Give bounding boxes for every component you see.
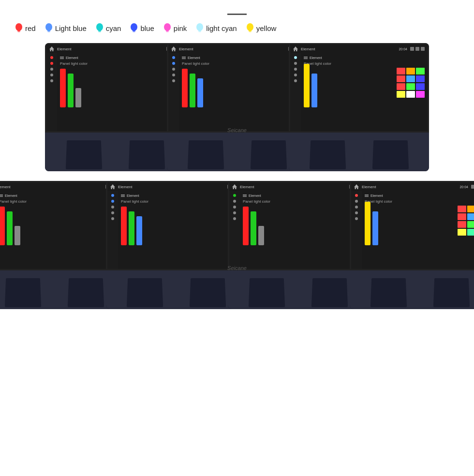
- vent-right: [190, 278, 226, 307]
- color-grid-cell: [397, 68, 405, 74]
- bulb-icon: [95, 23, 104, 33]
- sidebar-indicator: [355, 211, 358, 214]
- color-bar: [121, 207, 127, 245]
- car-unit: ElementElementPanel light color: [167, 43, 307, 171]
- screen: ElementElementPanel light color: [106, 181, 246, 270]
- sidebar-indicator: [111, 200, 114, 203]
- color-label: red: [25, 24, 36, 32]
- header-label: Element: [188, 56, 200, 60]
- header-label: Element: [249, 194, 261, 197]
- panel-title: Panel light color: [365, 199, 474, 204]
- sidebar-indicator: [233, 200, 236, 203]
- vent-right: [251, 140, 287, 169]
- element-label: Element: [0, 185, 103, 189]
- sidebar-indicator: [233, 194, 236, 197]
- vent-left: [65, 140, 102, 169]
- color-grid-cell: [397, 91, 405, 98]
- color-item-red: red: [15, 23, 36, 33]
- color-item-light-cyan: light cyan: [195, 23, 237, 33]
- color-grid-cell: [467, 229, 474, 236]
- color-bar: [372, 211, 378, 245]
- color-item-pink: pink: [163, 23, 187, 33]
- color-bar: [60, 69, 66, 107]
- color-grid-cell: [416, 68, 425, 74]
- sidebar-indicator: [355, 217, 358, 220]
- content-header: Element: [304, 56, 425, 60]
- color-grid-cell: [458, 213, 466, 220]
- home-icon: [293, 46, 298, 51]
- vent-left: [126, 278, 163, 307]
- content-header: Element: [243, 194, 364, 197]
- color-bars: [60, 69, 181, 107]
- screen-top-bar: Element: [107, 182, 245, 191]
- element-label: Element: [57, 47, 163, 51]
- color-label: pink: [174, 24, 187, 32]
- panel-title: Panel light color: [60, 61, 181, 66]
- color-grid-cell: [467, 213, 474, 220]
- color-bars: [121, 207, 242, 245]
- svg-point-18: [247, 23, 253, 31]
- color-bar: [75, 88, 81, 107]
- color-bar: [129, 211, 134, 245]
- sidebar-indicator: [233, 211, 236, 214]
- color-bars: [0, 207, 120, 245]
- screen: ElementElementPanel light color: [167, 43, 307, 133]
- icon-dot: [421, 47, 425, 51]
- sidebar-indicator: [172, 56, 175, 59]
- color-grid-cell: [458, 221, 466, 228]
- bulb-icon: [44, 23, 53, 33]
- vent-right: [68, 278, 104, 307]
- color-label: blue: [140, 24, 154, 32]
- color-bar: [68, 74, 74, 107]
- header-label: Element: [5, 194, 17, 197]
- color-grid-cell: [467, 221, 474, 228]
- color-bar: [243, 207, 249, 245]
- hamburger-icon: [243, 194, 247, 197]
- screen: Element20:04ElementPanel light color: [289, 43, 429, 133]
- color-bar: [311, 74, 317, 107]
- content-header: Element: [182, 56, 303, 60]
- screen-icons: [410, 47, 425, 51]
- color-bar: [0, 207, 5, 245]
- sidebar-indicator: [111, 194, 114, 197]
- vent-left: [248, 278, 284, 307]
- vent-right: [311, 278, 348, 307]
- screen-content: ElementPanel light color: [362, 191, 474, 269]
- svg-point-9: [131, 23, 137, 31]
- svg-point-0: [15, 23, 22, 31]
- home-icon: [171, 46, 176, 51]
- content-header: Element: [365, 194, 474, 197]
- sidebar-indicator: [172, 62, 175, 65]
- color-item-blue: blue: [130, 23, 154, 33]
- svg-rect-5: [47, 31, 50, 32]
- color-grid-cell: [397, 83, 405, 90]
- panel-title: Panel light color: [182, 61, 303, 66]
- header-label: Element: [127, 194, 139, 197]
- screen-content: ElementPanel light color: [118, 191, 245, 269]
- car-unit-base: [167, 133, 307, 171]
- screen-sidebar: [229, 191, 240, 269]
- home-icon: [232, 184, 237, 189]
- color-grid-cell: [458, 206, 466, 212]
- sidebar-indicator: [111, 206, 114, 208]
- color-label: yellow: [256, 24, 277, 32]
- units-grid: ElementElementPanel light colorElementEl…: [15, 43, 459, 309]
- title-divider: [227, 14, 247, 15]
- sidebar-indicator: [294, 79, 297, 82]
- sidebar-indicator: [50, 74, 53, 76]
- row-top-container: ElementElementPanel light colorElementEl…: [15, 43, 459, 171]
- hamburger-icon: [365, 194, 369, 197]
- color-grid-cell: [416, 83, 425, 90]
- sidebar-indicator: [355, 200, 358, 203]
- screen-content: ElementPanel light color: [57, 53, 184, 131]
- header-label: Element: [66, 56, 78, 60]
- color-grid-cell: [397, 75, 405, 82]
- vent-right: [129, 140, 165, 169]
- svg-rect-11: [133, 31, 135, 32]
- sidebar-indicator: [111, 217, 114, 220]
- color-grid-cell: [406, 83, 415, 90]
- screen-sidebar: [168, 53, 179, 131]
- sidebar-indicator: [233, 206, 236, 208]
- car-unit: ElementElementPanel light color: [45, 43, 185, 171]
- time-display: 20:04: [399, 47, 407, 51]
